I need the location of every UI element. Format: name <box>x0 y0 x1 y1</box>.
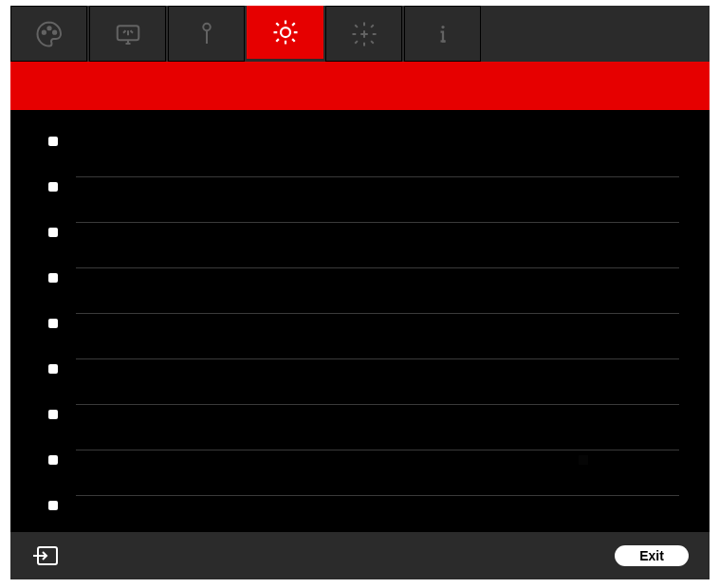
osd-panel: Exit <box>10 6 710 579</box>
wrench-icon <box>193 20 221 48</box>
bullet-icon <box>48 273 58 283</box>
bullet-icon <box>48 410 58 419</box>
input-source-button[interactable] <box>31 544 60 567</box>
gear-icon <box>271 18 300 46</box>
palette-icon <box>35 20 64 48</box>
exit-button[interactable]: Exit <box>615 545 689 566</box>
divider <box>76 267 679 268</box>
tab-color[interactable] <box>10 6 87 62</box>
tab-audio-key[interactable] <box>168 6 245 62</box>
divider <box>76 222 679 223</box>
svg-point-4 <box>203 23 211 30</box>
display-icon <box>114 20 142 48</box>
bullet-icon <box>48 182 58 192</box>
tab-settings[interactable] <box>247 6 323 59</box>
tab-info[interactable] <box>404 6 481 62</box>
header-bar <box>10 62 710 110</box>
tab-strip <box>10 6 710 62</box>
bullet-icon <box>48 319 58 328</box>
tab-extra[interactable] <box>325 6 402 62</box>
divider <box>76 404 679 405</box>
list-item[interactable] <box>10 497 710 542</box>
bullet-icon <box>48 137 58 146</box>
svg-point-6 <box>441 25 444 28</box>
divider <box>76 495 679 496</box>
divider <box>76 176 679 177</box>
svg-point-1 <box>47 27 50 29</box>
list-item[interactable] <box>10 360 710 406</box>
value-marker <box>579 455 588 465</box>
exit-button-label: Exit <box>639 548 664 563</box>
list-item[interactable] <box>10 133 710 178</box>
list-item[interactable] <box>10 178 710 224</box>
bullet-icon <box>48 228 58 237</box>
svg-point-5 <box>281 28 290 37</box>
gear-plus-icon <box>350 20 378 48</box>
bullet-icon <box>48 364 58 374</box>
list-item[interactable] <box>10 224 710 269</box>
settings-list <box>10 110 710 531</box>
svg-point-0 <box>42 30 45 33</box>
list-item[interactable] <box>10 451 710 497</box>
bullet-icon <box>48 501 58 510</box>
divider <box>76 358 679 359</box>
list-item[interactable] <box>10 315 710 360</box>
list-item[interactable] <box>10 406 710 451</box>
svg-point-2 <box>53 30 56 33</box>
divider <box>76 450 679 450</box>
tab-display[interactable] <box>89 6 166 62</box>
bullet-icon <box>48 455 58 465</box>
divider <box>76 313 679 314</box>
info-icon <box>429 20 457 48</box>
list-item[interactable] <box>10 269 710 315</box>
